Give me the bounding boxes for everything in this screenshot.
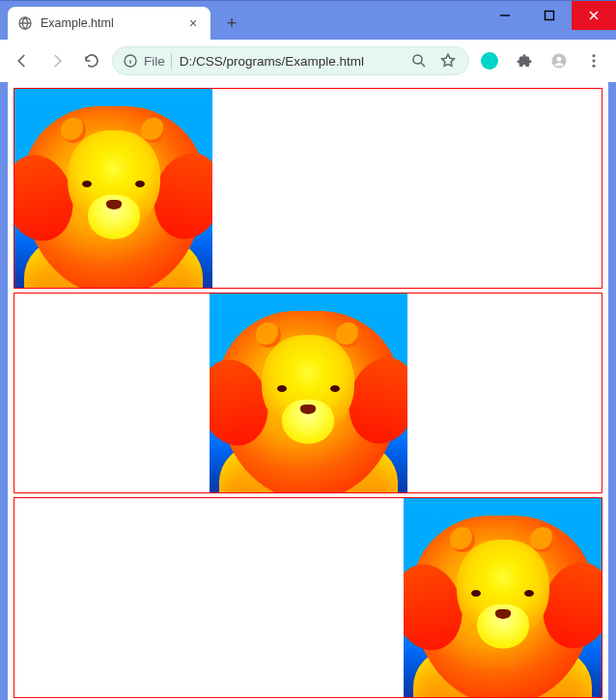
svg-rect-2 [546, 12, 554, 20]
profile-avatar-icon[interactable] [545, 46, 574, 75]
url-scheme-label: File [144, 54, 165, 69]
kebab-menu-icon[interactable] [579, 46, 608, 75]
window-controls [483, 1, 616, 30]
svg-point-14 [593, 65, 596, 68]
maximize-button[interactable] [527, 1, 572, 30]
url-text: D:/CSS/programs/Example.html [180, 54, 401, 69]
page-viewport [8, 82, 608, 700]
zoom-icon[interactable] [408, 50, 430, 71]
bookmark-star-icon[interactable] [437, 50, 459, 71]
back-button[interactable] [8, 46, 37, 75]
address-bar[interactable]: File D:/CSS/programs/Example.html [112, 46, 469, 75]
divider [171, 53, 172, 69]
browser-tab[interactable]: Example.html × [8, 7, 210, 40]
browser-toolbar: File D:/CSS/programs/Example.html [0, 40, 616, 82]
tab-title: Example.html [41, 16, 178, 30]
forward-button[interactable] [42, 46, 71, 75]
lion-image [210, 294, 407, 492]
minimize-button[interactable] [483, 1, 527, 30]
lion-image [14, 89, 212, 288]
demo-box-left [14, 88, 602, 289]
demo-box-right [14, 497, 602, 698]
browser-window: Example.html × + [0, 0, 616, 700]
lion-image [404, 498, 602, 697]
close-tab-icon[interactable]: × [185, 15, 201, 31]
extension-dot-icon[interactable] [475, 46, 504, 75]
svg-line-9 [421, 63, 425, 67]
titlebar: Example.html × + [0, 1, 616, 40]
globe-icon [17, 15, 33, 31]
new-tab-button[interactable]: + [218, 10, 245, 37]
extensions-puzzle-icon[interactable] [510, 46, 539, 75]
site-info-button[interactable]: File [123, 53, 172, 69]
demo-box-center [14, 293, 602, 493]
reload-button[interactable] [77, 46, 106, 75]
svg-point-11 [557, 57, 562, 62]
svg-point-8 [413, 55, 422, 64]
close-window-button[interactable] [572, 1, 616, 30]
svg-point-12 [593, 54, 596, 57]
svg-point-13 [593, 60, 596, 63]
